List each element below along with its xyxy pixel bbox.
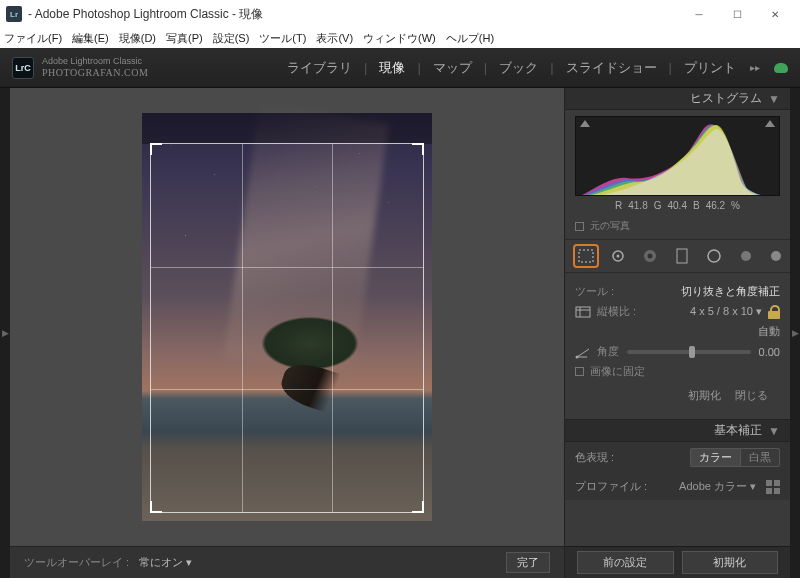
profile-browser-icon[interactable] [766,480,780,494]
cloud-sync-icon[interactable] [774,63,788,73]
svg-point-4 [648,254,653,259]
constrain-label: 画像に固定 [590,364,645,379]
close-button[interactable]: ✕ [756,2,794,26]
brush-button[interactable] [735,246,757,266]
module-slideshow[interactable]: スライドショー [564,59,659,77]
crop-handle-tr[interactable] [412,143,424,155]
crop-handle-bl[interactable] [150,501,162,513]
tool-name: 切り抜きと角度補正 [681,284,780,299]
tool-reset[interactable]: 初期化 [688,388,721,403]
module-library[interactable]: ライブラリ [285,59,354,77]
minimize-button[interactable]: ─ [680,2,718,26]
window-title: - Adobe Photoshop Lightroom Classic - 現像 [28,6,680,23]
svg-point-9 [576,355,579,358]
left-panel-toggle[interactable]: ▶ [0,88,10,578]
module-book[interactable]: ブック [497,59,540,77]
previous-button[interactable]: 前の設定 [577,551,674,574]
rgb-readout: R41.8 G40.4 B46.2 % [575,200,780,211]
menu-tool[interactable]: ツール(T) [259,31,306,46]
menu-window[interactable]: ウィンドウ(W) [363,31,436,46]
angle-label: 角度 [597,344,619,359]
spot-removal-button[interactable] [607,246,629,266]
angle-value: 0.00 [759,346,780,358]
basic-header[interactable]: 基本補正▼ [565,420,790,442]
lrc-icon: LrC [12,57,34,79]
checkbox-icon [575,222,584,231]
photo-canvas[interactable] [142,113,432,521]
module-develop[interactable]: 現像 [377,59,407,77]
profile-label: プロファイル : [575,479,647,494]
treatment-label: 色表現 : [575,450,614,465]
module-overflow-icon[interactable]: ▸▸ [750,62,760,73]
menu-photo[interactable]: 写真(P) [166,31,203,46]
menu-help[interactable]: ヘルプ(H) [446,31,494,46]
histogram-header[interactable]: ヒストグラム▼ [565,88,790,110]
aspect-icon[interactable] [575,305,591,319]
original-photo-toggle[interactable]: 元の写真 [565,215,790,239]
constrain-checkbox[interactable] [575,367,584,376]
crop-overlay[interactable] [151,144,423,512]
svg-rect-0 [579,250,593,262]
module-map[interactable]: マップ [431,59,474,77]
auto-straighten[interactable]: 自動 [758,324,780,339]
profile-select[interactable]: Adobe カラー ▾ [679,479,756,494]
menu-file[interactable]: ファイル(F) [4,31,62,46]
svg-point-6 [708,250,720,262]
tool-label: ツール : [575,284,614,299]
menu-bar: ファイル(F) 編集(E) 現像(D) 写真(P) 設定(S) ツール(T) 表… [0,28,800,48]
identity-plate[interactable]: Adobe Lightroom Classic PhotograFan.com [42,57,148,78]
aspect-select[interactable]: 4 x 5 / 8 x 10 ▾ [690,305,762,318]
lock-icon[interactable] [768,305,780,319]
histogram[interactable] [575,116,780,196]
maximize-button[interactable]: ☐ [718,2,756,26]
tool-overlay-label: ツールオーバーレイ : [24,555,129,570]
tool-overlay-select[interactable]: 常にオン ▾ [139,555,192,570]
brush-size-slider[interactable] [771,254,780,258]
treatment-color[interactable]: カラー [690,448,740,467]
done-button[interactable]: 完了 [506,552,550,573]
app-icon: Lr [6,6,22,22]
svg-point-7 [741,251,751,261]
module-print[interactable]: プリント [682,59,738,77]
angle-icon[interactable] [575,345,591,359]
aspect-label: 縦横比 : [597,304,636,319]
angle-slider[interactable] [627,350,751,354]
svg-rect-8 [576,307,590,317]
treatment-bw[interactable]: 白黒 [740,448,780,467]
redeye-button[interactable] [639,246,661,266]
grad-filter-button[interactable] [671,246,693,266]
crop-handle-tl[interactable] [150,143,162,155]
menu-edit[interactable]: 編集(E) [72,31,109,46]
svg-rect-5 [677,249,687,263]
right-panel-toggle[interactable]: ▶ [790,88,800,578]
menu-view[interactable]: 表示(V) [316,31,353,46]
tool-close[interactable]: 閉じる [735,388,768,403]
crop-tool-button[interactable] [575,246,597,266]
menu-settings[interactable]: 設定(S) [213,31,250,46]
menu-develop[interactable]: 現像(D) [119,31,156,46]
svg-point-2 [617,255,620,258]
radial-filter-button[interactable] [703,246,725,266]
crop-handle-br[interactable] [412,501,424,513]
reset-button[interactable]: 初期化 [682,551,779,574]
